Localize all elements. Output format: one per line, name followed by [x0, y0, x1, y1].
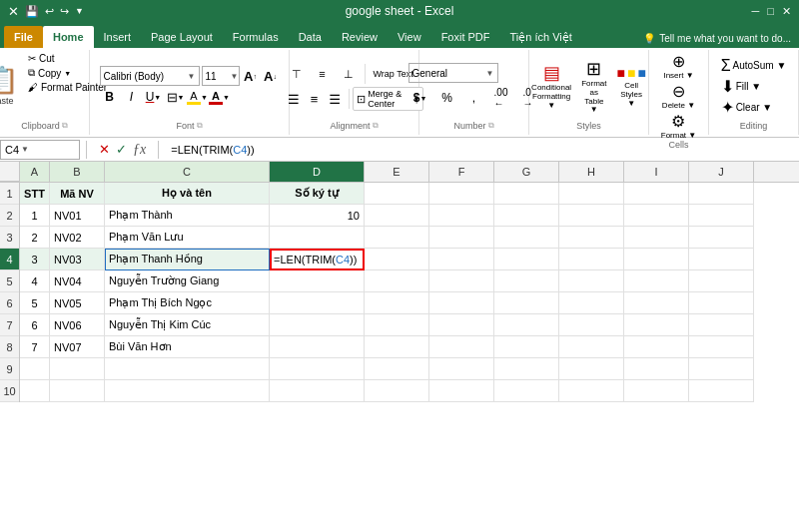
cell-e5[interactable] [365, 270, 429, 292]
col-header-b[interactable]: B [50, 162, 105, 182]
cell-j9[interactable] [689, 358, 754, 380]
align-bottom-button[interactable]: ⊥ [337, 62, 361, 86]
align-left-button[interactable]: ☰ [285, 87, 304, 111]
cell-c1[interactable]: Họ và tên [105, 183, 270, 205]
tab-foxit[interactable]: Foxit PDF [431, 26, 500, 48]
col-header-j[interactable]: J [689, 162, 754, 182]
bold-button[interactable]: B [100, 87, 120, 107]
cell-c8[interactable]: Bùi Văn Hơn [105, 336, 270, 358]
col-header-g[interactable]: G [494, 162, 559, 182]
cell-d4[interactable]: =LEN(TRIM(C4)) [270, 249, 365, 270]
cell-g7[interactable] [494, 314, 559, 336]
quick-access-save[interactable]: 💾 [25, 5, 39, 18]
cell-a4[interactable]: 3 [20, 249, 50, 270]
align-middle-button[interactable]: ≡ [311, 62, 335, 86]
percent-btn[interactable]: % [435, 86, 459, 110]
cell-f10[interactable] [429, 380, 494, 402]
cell-a1[interactable]: STT [20, 183, 50, 205]
cell-g3[interactable] [494, 227, 559, 249]
tab-review[interactable]: Review [332, 26, 388, 48]
cell-c2[interactable]: Phạm Thành [105, 205, 270, 227]
col-header-a[interactable]: A [20, 162, 50, 182]
cell-a6[interactable]: 5 [20, 292, 50, 314]
border-button[interactable]: ⊟▼ [166, 87, 186, 107]
alignment-expand-icon[interactable]: ⧉ [373, 121, 379, 131]
cell-a10[interactable] [20, 380, 50, 402]
cell-f2[interactable] [429, 205, 494, 227]
tab-insert[interactable]: Insert [94, 26, 142, 48]
cell-b5[interactable]: NV04 [50, 270, 105, 292]
fill-button[interactable]: ⬇Fill ▼ [721, 77, 787, 96]
cell-b9[interactable] [50, 358, 105, 380]
tab-data[interactable]: Data [289, 26, 332, 48]
cell-i3[interactable] [624, 227, 689, 249]
cell-g2[interactable] [494, 205, 559, 227]
clear-button[interactable]: ✦Clear ▼ [721, 98, 787, 117]
cell-h7[interactable] [559, 314, 624, 336]
font-shrink-button[interactable]: A↓ [262, 67, 280, 85]
align-right-button[interactable]: ☰ [326, 87, 345, 111]
cell-a9[interactable] [20, 358, 50, 380]
minimize-btn[interactable]: ─ [752, 5, 760, 18]
cell-g4[interactable] [494, 249, 559, 270]
row-num-10[interactable]: 10 [0, 380, 19, 402]
comma-btn[interactable]: , [462, 86, 486, 110]
row-num-2[interactable]: 2 [0, 205, 19, 227]
cell-a3[interactable]: 2 [20, 227, 50, 249]
cell-d8[interactable] [270, 336, 365, 358]
cell-b7[interactable]: NV06 [50, 314, 105, 336]
cell-d9[interactable] [270, 358, 365, 380]
cell-j1[interactable] [689, 183, 754, 205]
increase-decimal-btn[interactable]: .00← [489, 86, 513, 110]
cell-f7[interactable] [429, 314, 494, 336]
cell-j6[interactable] [689, 292, 754, 314]
cell-g5[interactable] [494, 270, 559, 292]
cell-f6[interactable] [429, 292, 494, 314]
cell-c6[interactable]: Phạm Thị Bích Ngọc [105, 292, 270, 314]
format-as-table-button[interactable]: ⊞ Format asTable ▼ [579, 56, 608, 117]
font-name-dropdown[interactable]: Calibri (Body) ▼ [100, 66, 200, 86]
font-size-dropdown[interactable]: 11 ▼ [202, 66, 240, 86]
row-num-8[interactable]: 8 [0, 336, 19, 358]
cell-b10[interactable] [50, 380, 105, 402]
font-expand-icon[interactable]: ⧉ [197, 121, 203, 131]
cell-g10[interactable] [494, 380, 559, 402]
tab-tien-ich[interactable]: Tiện ích Việt [500, 26, 582, 48]
cell-f9[interactable] [429, 358, 494, 380]
cell-f4[interactable] [429, 249, 494, 270]
cell-a7[interactable]: 6 [20, 314, 50, 336]
confirm-formula-btn[interactable]: ✓ [114, 142, 129, 157]
cell-j8[interactable] [689, 336, 754, 358]
conditional-formatting-button[interactable]: ▤ ConditionalFormatting ▼ [529, 60, 573, 112]
maximize-btn[interactable]: □ [767, 5, 774, 18]
col-header-i[interactable]: I [624, 162, 689, 182]
cell-j7[interactable] [689, 314, 754, 336]
cell-f3[interactable] [429, 227, 494, 249]
number-format-dropdown[interactable]: General ▼ [408, 63, 498, 83]
cell-d10[interactable] [270, 380, 365, 402]
cell-g8[interactable] [494, 336, 559, 358]
cell-e4[interactable] [365, 249, 429, 270]
tab-file[interactable]: File [4, 26, 43, 48]
cell-e2[interactable] [365, 205, 429, 227]
cell-a5[interactable]: 4 [20, 270, 50, 292]
cell-c4[interactable]: Phạm Thanh Hồng [105, 249, 270, 270]
clipboard-expand-icon[interactable]: ⧉ [62, 121, 68, 131]
cell-j3[interactable] [689, 227, 754, 249]
cell-h1[interactable] [559, 183, 624, 205]
cancel-formula-btn[interactable]: ✕ [97, 142, 112, 157]
row-num-3[interactable]: 3 [0, 227, 19, 249]
cell-h6[interactable] [559, 292, 624, 314]
cell-b4[interactable]: NV03 [50, 249, 105, 270]
font-grow-button[interactable]: A↑ [242, 67, 260, 85]
cell-d7[interactable] [270, 314, 365, 336]
cell-c5[interactable]: Nguyễn Trường Giang [105, 270, 270, 292]
cell-e6[interactable] [365, 292, 429, 314]
cell-f1[interactable] [429, 183, 494, 205]
accounting-btn[interactable]: $▼ [408, 86, 432, 110]
cell-c10[interactable] [105, 380, 270, 402]
cell-e7[interactable] [365, 314, 429, 336]
cell-f5[interactable] [429, 270, 494, 292]
cell-j5[interactable] [689, 270, 754, 292]
quick-access-undo[interactable]: ↩ [45, 5, 54, 18]
